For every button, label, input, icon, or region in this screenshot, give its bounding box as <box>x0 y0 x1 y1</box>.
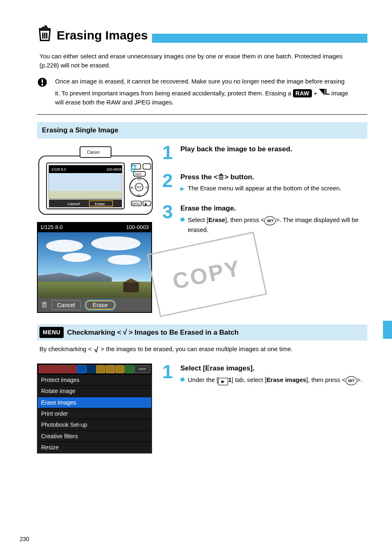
menu-item[interactable]: Creative filters <box>38 430 151 442</box>
set-icon: SET <box>264 216 276 225</box>
title-accent-bar <box>152 34 367 43</box>
ss-exposure: 1/125 8.0 <box>40 224 62 231</box>
step-number-1: 1 <box>162 144 176 161</box>
step-3-line: Select [Erase], then press <SET>. The im… <box>188 215 367 234</box>
page: Erasing Images You can either select and… <box>0 0 392 553</box>
menu-tab[interactable] <box>96 365 105 373</box>
step-2-1-line: Under the [▶1] tab, select [Erase images… <box>188 375 362 386</box>
ss-info-bar: 1/125 8.0 100-0003 <box>38 223 151 232</box>
menu-item-selected[interactable]: Erase images <box>38 397 151 408</box>
page-title: Erasing Images <box>57 26 148 44</box>
step-2-1-title: Select [Erase images]. <box>180 363 367 374</box>
page-number: 230 <box>20 535 29 543</box>
title-row: Erasing Images <box>37 25 367 44</box>
menu-item[interactable]: Resize <box>38 442 151 453</box>
jpeg-large-icon: L <box>319 86 330 98</box>
ss-file-number: 100-0003 <box>126 224 149 231</box>
step-1-title: Play back the image to be erased. <box>180 144 367 155</box>
svg-rect-1 <box>42 79 43 83</box>
menu-tab-disp[interactable]: DISP <box>134 365 150 373</box>
menu-tab[interactable] <box>106 365 115 373</box>
section-heading-batch: MENU Checkmarking <√> Images to Be Erase… <box>37 324 367 340</box>
menu-tab[interactable] <box>87 365 96 373</box>
raw-badge: RAW <box>293 89 312 97</box>
thumb-tab <box>383 321 392 339</box>
menu-tab[interactable] <box>58 365 67 373</box>
step-number-1b: 1 <box>162 363 176 380</box>
menu-tab[interactable] <box>39 365 48 373</box>
step-2-title: Press the <> button. <box>180 172 367 183</box>
ss-erase-bar: Cancel Erase <box>38 298 151 312</box>
step-2-1: 1 Select [Erase images]. Under the [▶1] … <box>162 363 367 385</box>
ss-photo-area <box>38 232 151 298</box>
menu-figure: DISP Protect images Rotate image Erase i… <box>37 363 154 454</box>
section2-subtext: By checkmarking <√> the images to be era… <box>39 345 352 355</box>
trash-icon <box>37 25 53 44</box>
menu-badge: MENU <box>39 327 64 338</box>
lcd-screenshot: 1/125 8.0 100-0003 Cancel <box>37 222 152 313</box>
svg-rect-12 <box>49 191 122 199</box>
step-2-line: The Erase menu will appear at the bottom… <box>188 184 341 193</box>
steps-area-1: Canon 1/125 8.0 100-0003 Cancel Erase SE… <box>37 144 367 313</box>
menu-tab[interactable] <box>48 365 57 373</box>
bullet-icon <box>180 377 184 382</box>
svg-text:Erase: Erase <box>95 201 105 206</box>
svg-text:DISP: DISP <box>135 173 142 176</box>
svg-text:◀: ◀ <box>131 186 133 189</box>
menu-tab[interactable] <box>115 365 125 373</box>
menu-item[interactable]: Print order <box>38 408 151 419</box>
checkmark-icon: √ <box>94 345 98 355</box>
svg-text:MENU: MENU <box>132 202 140 205</box>
trash-icon-inline <box>218 173 224 181</box>
bullet-icon <box>180 217 184 222</box>
divider <box>37 114 367 115</box>
steps-area-2: DISP Protect images Rotate image Erase i… <box>37 363 367 454</box>
camera-illustration: Canon 1/125 8.0 100-0003 Cancel Erase SE… <box>37 144 154 216</box>
ss-cancel-button[interactable]: Cancel <box>52 300 81 310</box>
svg-text:AF: AF <box>145 186 149 189</box>
svg-text:1/125  8.0: 1/125 8.0 <box>51 168 66 172</box>
caution-text: Once an image is erased, it cannot be re… <box>55 77 351 107</box>
menu-tab-selected[interactable] <box>77 365 86 373</box>
result-arrow-icon: ▶ <box>180 185 184 193</box>
camera-menu: DISP Protect images Rotate image Erase i… <box>37 363 152 454</box>
caution-icon <box>37 77 48 90</box>
intro-text: You can either select and erase unnecess… <box>39 52 352 70</box>
steps-text-column: 1 Play back the image to be erased. 2 Pr… <box>162 144 367 245</box>
menu-item[interactable]: Rotate image <box>38 385 151 396</box>
ss-erase-button[interactable]: Erase <box>85 300 116 310</box>
svg-rect-30 <box>143 201 151 206</box>
svg-text:WB: WB <box>137 194 141 197</box>
svg-text:SET: SET <box>136 186 142 189</box>
menu-item[interactable]: Protect images <box>38 374 151 385</box>
step-number-2: 2 <box>162 172 176 189</box>
step-3: 3 Erase the image. Select [Erase], then … <box>162 204 367 234</box>
section-heading-single: Erasing a Single Image <box>37 122 367 139</box>
svg-text:Canon: Canon <box>87 150 100 155</box>
svg-rect-11 <box>49 173 122 191</box>
svg-text:ISO: ISO <box>138 178 142 180</box>
step-2: 2 Press the <> button. ▶ The Erase menu … <box>162 172 367 193</box>
figures-column: Canon 1/125 8.0 100-0003 Cancel Erase SE… <box>37 144 154 313</box>
step-number-3: 3 <box>162 204 176 220</box>
trash-icon-small <box>41 301 48 309</box>
set-icon: SET <box>346 376 357 385</box>
step-3-title: Erase the image. <box>180 204 367 214</box>
svg-rect-25 <box>143 164 151 169</box>
caution-row: Once an image is erased, it cannot be re… <box>37 77 367 107</box>
step-1: 1 Play back the image to be erased. <box>162 144 367 161</box>
menu-item[interactable]: Photobook Set-up <box>38 419 151 430</box>
svg-text:Cancel: Cancel <box>67 201 79 206</box>
svg-text:100-0003: 100-0003 <box>106 168 121 172</box>
menu-tab[interactable] <box>67 365 76 373</box>
playback-tab-icon: ▶ <box>218 378 228 385</box>
menu-tab[interactable] <box>125 365 134 373</box>
checkmark-icon: √ <box>123 327 127 338</box>
menu-tabs: DISP <box>38 364 151 374</box>
svg-point-2 <box>42 84 43 86</box>
